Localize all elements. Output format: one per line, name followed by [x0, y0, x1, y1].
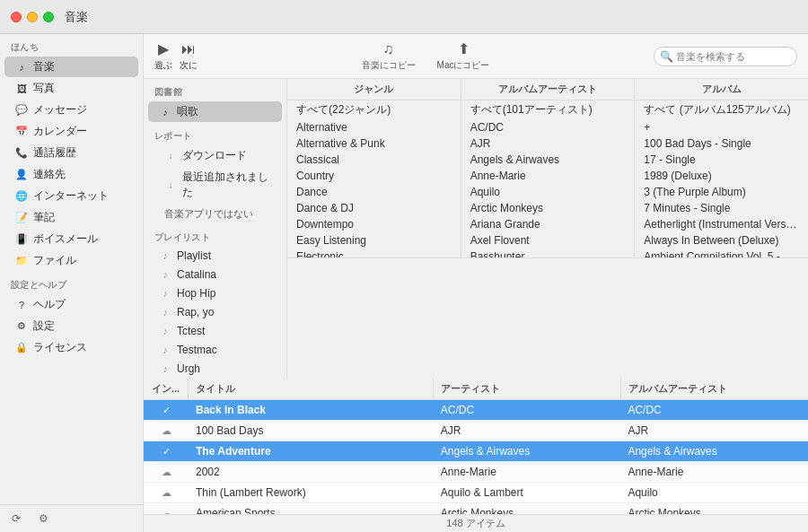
track-album-artist: Anne-Marie	[620, 462, 808, 482]
play-button[interactable]: ▶ 遊ぶ	[154, 40, 172, 72]
browser-item-album-artist[interactable]: Axel Flovent	[461, 232, 635, 249]
browser-item-album[interactable]: 17 - Single	[635, 152, 808, 168]
browser-item-genre[interactable]: Alternative	[287, 119, 461, 135]
playlist-item-testmac[interactable]: ♪Testmac	[148, 341, 282, 359]
track-title: American Sports	[189, 503, 434, 514]
browser-item-genre[interactable]: Dance	[287, 184, 461, 200]
playlist-item-playlist[interactable]: ♪Playlist	[148, 247, 282, 265]
search-container: 🔍	[654, 47, 797, 66]
track-artist: Aquilo & Lambert	[434, 483, 621, 502]
copy-to-mac-button[interactable]: ⬆ Macにコピー	[437, 40, 490, 72]
browser-item-album-artist[interactable]: Basshunter	[461, 249, 635, 257]
sidebar-bottom-sync[interactable]: ⟳	[5, 510, 27, 527]
track-row[interactable]: ☁ 2002 Anne-Marie Anne-Marie	[144, 462, 808, 483]
copy-to-music-button[interactable]: ♫ 音楽にコピー	[362, 41, 416, 72]
status-bar: 148 アイテム	[144, 514, 808, 532]
sidebar-item-files[interactable]: 📁ファイル	[4, 250, 138, 271]
track-title: 100 Bad Days	[189, 421, 434, 440]
sidebar-label-files: ファイル	[33, 253, 76, 268]
playlist-item-urgh[interactable]: ♪Urgh	[148, 360, 282, 378]
browser-item-album[interactable]: 1989 (Deluxe)	[635, 168, 808, 184]
browser-item-album-artist[interactable]: Ariana Grande	[461, 216, 635, 232]
maximize-button[interactable]	[43, 12, 54, 22]
track-row[interactable]: ✓ Back In Black AC/DC AC/DC	[144, 400, 808, 421]
browser-item-genre[interactable]: Easy Listening	[287, 232, 461, 249]
tracklist-header: イン... タイトル アーティスト アルバムアーティスト	[144, 379, 808, 400]
sidebar-icon-messages: 💬	[15, 104, 28, 117]
browser-item-genre[interactable]: Electronic	[287, 249, 461, 257]
track-artist: Anne-Marie	[434, 462, 621, 482]
browser-item-album[interactable]: Always In Between (Deluxe)	[635, 232, 808, 249]
browser-item-album[interactable]: 100 Bad Days - Single	[635, 135, 808, 152]
sidebar-item-photos[interactable]: 🖼写真	[4, 78, 138, 99]
track-album-artist: Arctic Monkeys	[620, 503, 808, 514]
browser-item-album-artist[interactable]: Anne-Marie	[461, 168, 635, 184]
track-album-artist: Aquilo	[620, 483, 808, 502]
browser-item-genre[interactable]: Downtempo	[287, 216, 461, 232]
browser-item-album-artist[interactable]: Angels & Airwaves	[461, 152, 635, 168]
sidebar-label-license: ライセンス	[33, 340, 87, 355]
play-icon: ▶	[158, 40, 169, 57]
playlist-header: プレイリスト	[144, 224, 286, 246]
sidebar-icon-music: ♪	[15, 61, 28, 74]
playlist-icon-playlist: ♪	[159, 249, 171, 262]
track-row[interactable]: ✓ The Adventure Angels & Airwaves Angels…	[144, 441, 808, 462]
report-item-recently-added[interactable]: ↓最近追加されました	[148, 167, 282, 203]
track-index: ☁	[144, 504, 189, 515]
library-item-songs[interactable]: ♪唄歌	[148, 101, 282, 122]
playlist-item-catalina[interactable]: ♪Catalina	[148, 266, 282, 283]
playlist-item-hop-hip[interactable]: ♪Hop Hip	[148, 284, 282, 302]
sidebar-item-music[interactable]: ♪音楽	[4, 57, 138, 77]
browser-item-album[interactable]: 3 (The Purple Album)	[635, 184, 808, 200]
browser-item-album[interactable]: 7 Minutes - Single	[635, 200, 808, 216]
sidebar-bottom-settings[interactable]: ⚙	[32, 510, 54, 527]
browser-section: 図書館 ♪唄歌 レポート ↓ダウンロード↓最近追加されました 音楽アプリではない…	[144, 79, 808, 379]
browser-item-genre[interactable]: Classical	[287, 152, 461, 168]
browser-item-album-artist[interactable]: Arctic Monkeys	[461, 200, 635, 216]
playlist-item-tctest[interactable]: ♪Tctest	[148, 322, 282, 340]
report-item-download[interactable]: ↓ダウンロード	[148, 145, 282, 166]
sidebar-item-notes[interactable]: 📝筆記	[4, 207, 138, 228]
report-icon-recently-added: ↓	[164, 179, 177, 191]
playlist-icon-tctest: ♪	[159, 325, 171, 337]
browser-item-genre[interactable]: Country	[287, 168, 461, 184]
track-row[interactable]: ☁ American Sports Arctic Monkeys Arctic …	[144, 503, 808, 514]
track-row[interactable]: ☁ Thin (Lambert Rework) Aquilo & Lambert…	[144, 483, 808, 503]
next-button[interactable]: ⏭ 次に	[180, 41, 198, 72]
sidebar-item-settings[interactable]: ⚙設定	[4, 316, 138, 336]
sidebar-item-contacts[interactable]: 👤連絡先	[4, 164, 138, 185]
browser-item-album[interactable]: +	[635, 119, 808, 135]
track-row[interactable]: ☁ 100 Bad Days AJR AJR	[144, 421, 808, 441]
browser-item-album[interactable]: すべて (アルバム125アルバム)	[635, 100, 808, 119]
search-input[interactable]	[654, 47, 797, 66]
minimize-button[interactable]	[27, 12, 38, 22]
sidebar-item-help[interactable]: ?ヘルプ	[4, 294, 138, 315]
sidebar-section-header-honchi: ほんち	[0, 34, 143, 56]
browser-panel-list-album: すべて (アルバム125アルバム)+100 Bad Days - Single1…	[635, 100, 808, 257]
sidebar-item-voicemail[interactable]: 📳ボイスメール	[4, 229, 138, 249]
sidebar-item-call-history[interactable]: 📞通話履歴	[4, 143, 138, 163]
browser-item-album-artist[interactable]: AJR	[461, 135, 635, 152]
browser-item-album-artist[interactable]: すべて(101アーティスト)	[461, 100, 635, 119]
sidebar-item-messages[interactable]: 💬メッセージ	[4, 100, 138, 120]
col-header-album-artist: アルバムアーティスト	[621, 379, 808, 399]
browser-item-album[interactable]: Aetherlight (Instrumental Version)	[635, 216, 808, 232]
browser-item-album-artist[interactable]: Aquilo	[461, 184, 635, 200]
browser-item-album-artist[interactable]: AC/DC	[461, 119, 635, 135]
playlist-label-playlist: Playlist	[177, 249, 211, 262]
sidebar-item-license[interactable]: 🔒ライセンス	[4, 337, 138, 358]
tracklist: ✓ Back In Black AC/DC AC/DC ☁ 100 Bad Da…	[144, 400, 808, 514]
browser-item-genre[interactable]: すべて(22ジャンル)	[287, 100, 461, 119]
sidebar-bottom: ⟳ ⚙	[0, 504, 143, 532]
traffic-lights	[11, 12, 54, 22]
browser-item-genre[interactable]: Alternative & Punk	[287, 135, 461, 152]
not-app-item[interactable]: 音楽アプリではない	[148, 205, 282, 223]
library-icon-songs: ♪	[159, 106, 171, 118]
browser-item-album[interactable]: Ambient Compilation Vol. 5 - Save	[635, 249, 808, 257]
col-header-artist: アーティスト	[434, 379, 621, 399]
close-button[interactable]	[11, 12, 22, 22]
browser-item-genre[interactable]: Dance & DJ	[287, 200, 461, 216]
playlist-item-rap-yo[interactable]: ♪Rap, yo	[148, 303, 282, 321]
sidebar-item-calendar[interactable]: 📅カレンダー	[4, 121, 138, 142]
sidebar-item-internet[interactable]: 🌐インターネット	[4, 186, 138, 206]
